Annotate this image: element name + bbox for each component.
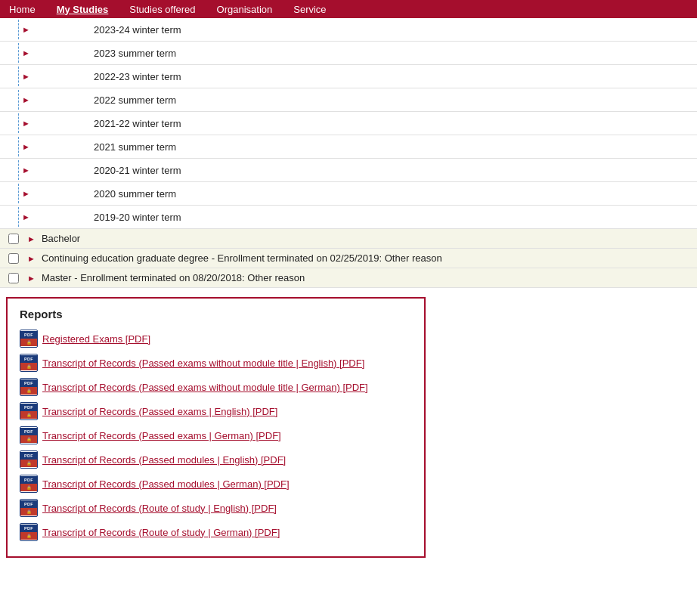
tree-line [18,90,19,110]
tree-row: ► 2021 summer term [0,135,697,159]
report-link-6: PDF 🔒 Transcript of Records (Passed modu… [20,475,412,493]
tree-indent: ► [0,113,91,133]
nav-studies-offered[interactable]: Studies offered [126,2,198,17]
expand-icon[interactable]: ► [22,119,30,128]
tree-item-label: 2022 summer term [91,93,697,107]
expand-icon[interactable]: ► [22,212,30,221]
tree-indent: ► [0,207,91,227]
tree-row: ► 2020 summer term [0,182,697,206]
report-link-tor-modules-en[interactable]: Transcript of Records (Passed modules | … [42,454,286,466]
nav-my-studies[interactable]: My Studies [54,2,112,17]
pdf-icon: PDF 🔒 [20,450,38,469]
tree-line [18,184,19,203]
tree-item-label: 2020-21 winter term [91,163,697,178]
tree-indent: ► [0,43,91,63]
cont-edu-checkbox[interactable] [8,253,19,264]
tree-line [18,20,19,39]
report-link-1: PDF 🔒 Transcript of Records (Passed exam… [20,354,412,372]
tree-item-label: 2023-24 winter term [91,23,697,37]
pdf-icon: PDF 🔒 [20,426,38,444]
report-link-tor-no-module-en[interactable]: Transcript of Records (Passed exams with… [42,358,364,369]
pdf-icon: PDF 🔒 [20,475,38,493]
tree-row: ► 2019-20 winter term [0,206,697,229]
tree-item-label: 2020 summer term [91,187,697,201]
tree-item-label: 2023 summer term [91,46,697,60]
tree-line [18,137,19,156]
tree-item-label: 2021 summer term [91,140,697,154]
pdf-icon: PDF 🔒 [20,523,38,541]
tree-item-label: 2019-20 winter term [91,210,697,224]
nav-organisation[interactable]: Organisation [214,2,276,17]
report-link-registered[interactable]: Registered Exams [PDF] [42,333,150,345]
pdf-icon: PDF 🔒 [20,378,38,396]
expand-icon[interactable]: ► [22,189,30,198]
expand-icon[interactable]: ► [27,254,36,263]
report-link-8: PDF 🔒 Transcript of Records (Route of st… [20,523,412,541]
pdf-icon: PDF 🔒 [20,499,38,517]
tree-item-label: 2022-23 winter term [91,70,697,84]
tree-row: ► 2021-22 winter term [0,112,697,135]
report-link-7: PDF 🔒 Transcript of Records (Route of st… [20,499,412,517]
tree-row-bachelor: ► Bachelor [0,229,697,249]
tree-row: ► 2022 summer term [0,88,697,112]
report-link-tor-passed-de[interactable]: Transcript of Records (Passed exams | Ge… [42,430,281,441]
expand-icon[interactable]: ► [27,234,36,243]
tree-indent: ► [0,160,91,180]
nav-home[interactable]: Home [6,2,39,17]
report-link-5: PDF 🔒 Transcript of Records (Passed modu… [20,450,412,469]
master-checkbox[interactable] [8,273,19,283]
report-link-tor-modules-de[interactable]: Transcript of Records (Passed modules | … [42,478,290,490]
tree-section: ► 2023-24 winter term ► 2023 summer term… [0,18,697,288]
tree-line [18,67,19,86]
tree-indent: ► [0,184,91,203]
checkbox-cell [0,234,27,244]
nav-service[interactable]: Service [290,2,329,17]
expand-icon[interactable]: ► [22,48,30,57]
expand-icon[interactable]: ► [22,142,30,151]
report-link-tor-route-de[interactable]: Transcript of Records (Route of study | … [42,527,280,538]
expand-icon[interactable]: ► [27,274,36,283]
tree-line [18,113,19,133]
report-link-tor-passed-en[interactable]: Transcript of Records (Passed exams | En… [42,406,277,417]
tree-item-label: Master - Enrollment terminated on 08/20/… [39,271,697,285]
tree-item-label: Continuing education graduate degree - E… [39,251,697,265]
report-link-4: PDF 🔒 Transcript of Records (Passed exam… [20,426,412,444]
tree-row: ► 2023-24 winter term [0,18,697,42]
pdf-icon: PDF 🔒 [20,330,38,348]
tree-row: ► 2023 summer term [0,42,697,65]
bachelor-checkbox[interactable] [8,234,19,244]
tree-line [18,160,19,180]
checkbox-cell [0,253,27,264]
report-link-3: PDF 🔒 Transcript of Records (Passed exam… [20,402,412,420]
checkbox-cell [0,273,27,283]
expand-icon[interactable]: ► [22,25,30,34]
main-nav: Home My Studies Studies offered Organisa… [0,0,697,18]
expand-icon[interactable]: ► [22,72,30,81]
pdf-icon: PDF 🔒 [20,354,38,372]
tree-indent: ► [0,20,91,39]
reports-box: Reports PDF 🔒 Registered Exams [PDF] PDF… [6,297,426,558]
tree-indent: ► [0,67,91,86]
report-link-0: PDF 🔒 Registered Exams [PDF] [20,330,412,348]
expand-icon[interactable]: ► [22,166,30,175]
expand-icon[interactable]: ► [22,95,30,104]
tree-indent: ► [0,137,91,156]
report-link-tor-no-module-de[interactable]: Transcript of Records (Passed exams with… [42,382,368,393]
tree-row-cont-edu: ► Continuing education graduate degree -… [0,249,697,268]
pdf-icon: PDF 🔒 [20,402,38,420]
tree-row: ► 2020-21 winter term [0,159,697,182]
tree-row: ► 2022-23 winter term [0,65,697,88]
tree-item-label: Bachelor [39,231,697,246]
tree-line [18,207,19,227]
reports-title: Reports [20,308,412,320]
report-link-tor-route-en[interactable]: Transcript of Records (Route of study | … [42,503,277,514]
tree-item-label: 2021-22 winter term [91,116,697,131]
report-link-2: PDF 🔒 Transcript of Records (Passed exam… [20,378,412,396]
tree-line [18,43,19,63]
tree-row-master: ► Master - Enrollment terminated on 08/2… [0,268,697,288]
tree-indent: ► [0,90,91,110]
